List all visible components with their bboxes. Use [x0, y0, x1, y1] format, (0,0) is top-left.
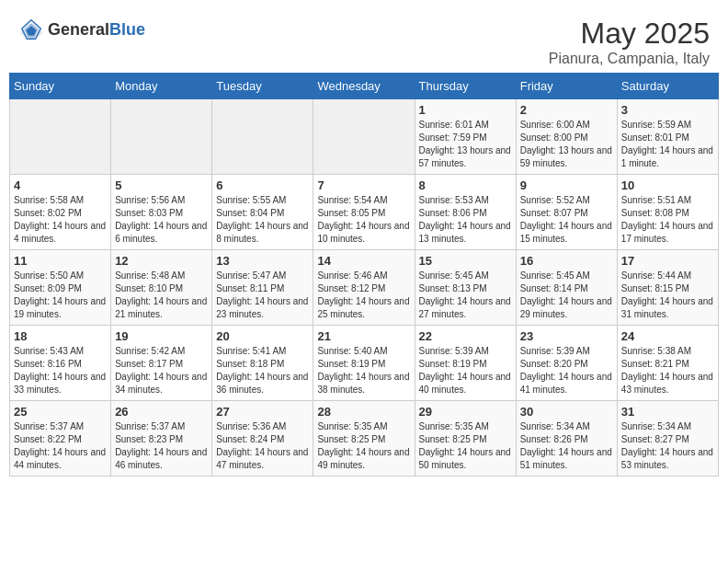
calendar-cell: 23Sunrise: 5:39 AM Sunset: 8:20 PM Dayli…: [516, 326, 617, 401]
calendar-cell: 9Sunrise: 5:52 AM Sunset: 8:07 PM Daylig…: [516, 175, 617, 250]
header-friday: Friday: [516, 74, 617, 99]
calendar-cell: 26Sunrise: 5:37 AM Sunset: 8:23 PM Dayli…: [111, 401, 212, 477]
calendar-cell: 20Sunrise: 5:41 AM Sunset: 8:18 PM Dayli…: [212, 326, 313, 401]
calendar-cell: 29Sunrise: 5:35 AM Sunset: 8:25 PM Dayli…: [415, 401, 516, 477]
calendar-cell: 12Sunrise: 5:48 AM Sunset: 8:10 PM Dayli…: [111, 250, 212, 326]
day-info: Sunrise: 5:43 AM Sunset: 8:16 PM Dayligh…: [14, 345, 107, 396]
day-number: 16: [520, 254, 613, 268]
day-info: Sunrise: 5:40 AM Sunset: 8:19 PM Dayligh…: [317, 345, 410, 396]
logo-text: GeneralBlue: [48, 20, 145, 40]
day-info: Sunrise: 5:35 AM Sunset: 8:25 PM Dayligh…: [419, 420, 512, 472]
calendar-cell: 30Sunrise: 5:34 AM Sunset: 8:26 PM Dayli…: [516, 401, 617, 477]
day-number: 14: [317, 254, 410, 268]
day-number: 23: [520, 329, 613, 343]
day-info: Sunrise: 5:37 AM Sunset: 8:23 PM Dayligh…: [115, 420, 208, 472]
calendar-cell: 22Sunrise: 5:39 AM Sunset: 8:19 PM Dayli…: [415, 326, 516, 401]
calendar-cell: 28Sunrise: 5:35 AM Sunset: 8:25 PM Dayli…: [313, 401, 415, 477]
day-info: Sunrise: 5:46 AM Sunset: 8:12 PM Dayligh…: [317, 270, 410, 321]
day-number: 26: [115, 405, 208, 419]
calendar-cell: 2Sunrise: 6:00 AM Sunset: 8:00 PM Daylig…: [516, 99, 617, 175]
calendar-cell: 27Sunrise: 5:36 AM Sunset: 8:24 PM Dayli…: [212, 401, 313, 477]
calendar-cell: 21Sunrise: 5:40 AM Sunset: 8:19 PM Dayli…: [313, 326, 415, 401]
calendar-cell: 13Sunrise: 5:47 AM Sunset: 8:11 PM Dayli…: [212, 250, 313, 326]
day-info: Sunrise: 5:37 AM Sunset: 8:22 PM Dayligh…: [14, 420, 107, 472]
day-info: Sunrise: 5:54 AM Sunset: 8:05 PM Dayligh…: [317, 194, 410, 246]
calendar-cell: 4Sunrise: 5:58 AM Sunset: 8:02 PM Daylig…: [10, 175, 111, 250]
day-number: 27: [216, 405, 309, 419]
week-row-5: 25Sunrise: 5:37 AM Sunset: 8:22 PM Dayli…: [10, 401, 719, 477]
day-info: Sunrise: 5:58 AM Sunset: 8:02 PM Dayligh…: [14, 194, 107, 246]
day-number: 11: [14, 254, 107, 268]
logo-blue: Blue: [109, 20, 145, 39]
calendar-cell: 7Sunrise: 5:54 AM Sunset: 8:05 PM Daylig…: [313, 175, 415, 250]
day-info: Sunrise: 5:35 AM Sunset: 8:25 PM Dayligh…: [317, 420, 410, 472]
day-info: Sunrise: 5:52 AM Sunset: 8:07 PM Dayligh…: [520, 194, 613, 246]
day-info: Sunrise: 5:50 AM Sunset: 8:09 PM Dayligh…: [14, 270, 107, 321]
day-info: Sunrise: 5:47 AM Sunset: 8:11 PM Dayligh…: [216, 270, 309, 321]
logo: GeneralBlue: [18, 17, 145, 42]
day-info: Sunrise: 5:42 AM Sunset: 8:17 PM Dayligh…: [115, 345, 208, 396]
day-number: 28: [317, 405, 410, 419]
header-sunday: Sunday: [10, 74, 111, 99]
day-number: 9: [520, 178, 613, 192]
calendar-cell: 18Sunrise: 5:43 AM Sunset: 8:16 PM Dayli…: [10, 326, 111, 401]
day-info: Sunrise: 5:53 AM Sunset: 8:06 PM Dayligh…: [419, 194, 512, 246]
header-tuesday: Tuesday: [212, 74, 313, 99]
day-number: 3: [621, 103, 714, 117]
calendar-cell: 6Sunrise: 5:55 AM Sunset: 8:04 PM Daylig…: [212, 175, 313, 250]
header-row: SundayMondayTuesdayWednesdayThursdayFrid…: [10, 74, 719, 99]
week-row-3: 11Sunrise: 5:50 AM Sunset: 8:09 PM Dayli…: [10, 250, 719, 326]
calendar-title: May 2025: [549, 17, 710, 51]
day-number: 24: [621, 329, 714, 343]
calendar-cell: [10, 99, 111, 175]
week-row-1: 1Sunrise: 6:01 AM Sunset: 7:59 PM Daylig…: [10, 99, 719, 175]
logo-icon: [18, 17, 44, 42]
day-number: 21: [317, 329, 410, 343]
day-info: Sunrise: 5:41 AM Sunset: 8:18 PM Dayligh…: [216, 345, 309, 396]
week-row-2: 4Sunrise: 5:58 AM Sunset: 8:02 PM Daylig…: [10, 175, 719, 250]
day-info: Sunrise: 6:01 AM Sunset: 7:59 PM Dayligh…: [419, 119, 512, 170]
day-info: Sunrise: 5:45 AM Sunset: 8:13 PM Dayligh…: [419, 270, 512, 321]
day-info: Sunrise: 5:34 AM Sunset: 8:26 PM Dayligh…: [520, 420, 613, 472]
day-info: Sunrise: 5:48 AM Sunset: 8:10 PM Dayligh…: [115, 270, 208, 321]
day-info: Sunrise: 5:44 AM Sunset: 8:15 PM Dayligh…: [621, 270, 714, 321]
day-info: Sunrise: 5:55 AM Sunset: 8:04 PM Dayligh…: [216, 194, 309, 246]
day-number: 1: [419, 103, 512, 117]
day-number: 31: [621, 405, 714, 419]
week-row-4: 18Sunrise: 5:43 AM Sunset: 8:16 PM Dayli…: [10, 326, 719, 401]
day-info: Sunrise: 5:51 AM Sunset: 8:08 PM Dayligh…: [621, 194, 714, 246]
day-number: 15: [419, 254, 512, 268]
calendar-cell: 8Sunrise: 5:53 AM Sunset: 8:06 PM Daylig…: [415, 175, 516, 250]
calendar-cell: 1Sunrise: 6:01 AM Sunset: 7:59 PM Daylig…: [415, 99, 516, 175]
calendar-cell: 19Sunrise: 5:42 AM Sunset: 8:17 PM Dayli…: [111, 326, 212, 401]
day-number: 17: [621, 254, 714, 268]
header-thursday: Thursday: [415, 74, 516, 99]
calendar-cell: 24Sunrise: 5:38 AM Sunset: 8:21 PM Dayli…: [617, 326, 718, 401]
calendar-cell: 14Sunrise: 5:46 AM Sunset: 8:12 PM Dayli…: [313, 250, 415, 326]
day-info: Sunrise: 5:36 AM Sunset: 8:24 PM Dayligh…: [216, 420, 309, 472]
day-info: Sunrise: 5:59 AM Sunset: 8:01 PM Dayligh…: [621, 119, 714, 170]
day-number: 25: [14, 405, 107, 419]
day-info: Sunrise: 5:39 AM Sunset: 8:19 PM Dayligh…: [419, 345, 512, 396]
calendar-cell: 15Sunrise: 5:45 AM Sunset: 8:13 PM Dayli…: [415, 250, 516, 326]
calendar-cell: [212, 99, 313, 175]
calendar-table: SundayMondayTuesdayWednesdayThursdayFrid…: [9, 73, 719, 477]
header-saturday: Saturday: [617, 74, 718, 99]
calendar-cell: 10Sunrise: 5:51 AM Sunset: 8:08 PM Dayli…: [617, 175, 718, 250]
calendar-cell: [313, 99, 415, 175]
day-number: 12: [115, 254, 208, 268]
calendar-cell: 3Sunrise: 5:59 AM Sunset: 8:01 PM Daylig…: [617, 99, 718, 175]
title-section: May 2025 Pianura, Campania, Italy: [549, 17, 710, 67]
calendar-cell: 25Sunrise: 5:37 AM Sunset: 8:22 PM Dayli…: [10, 401, 111, 477]
day-number: 2: [520, 103, 613, 117]
day-number: 4: [14, 178, 107, 192]
calendar-subtitle: Pianura, Campania, Italy: [549, 51, 710, 67]
day-number: 20: [216, 329, 309, 343]
day-number: 30: [520, 405, 613, 419]
header-monday: Monday: [111, 74, 212, 99]
day-info: Sunrise: 5:38 AM Sunset: 8:21 PM Dayligh…: [621, 345, 714, 396]
calendar-cell: [111, 99, 212, 175]
calendar-cell: 16Sunrise: 5:45 AM Sunset: 8:14 PM Dayli…: [516, 250, 617, 326]
day-number: 22: [419, 329, 512, 343]
day-number: 29: [419, 405, 512, 419]
